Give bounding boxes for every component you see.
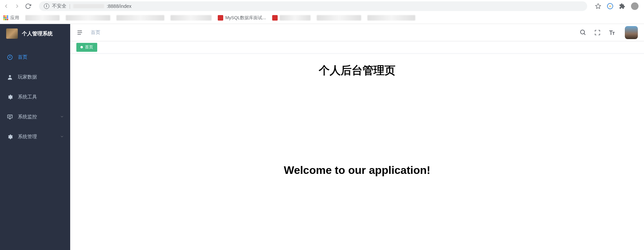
monitor-icon — [7, 114, 13, 120]
sidebar-menu: 首页 玩家数据 系统工具 系统监控 — [0, 43, 70, 147]
user-icon — [7, 74, 13, 80]
toolbar-right — [595, 2, 641, 10]
address-bar[interactable]: i 不安全 | :8888/index — [39, 1, 587, 11]
tabs-bar: 首页 — [70, 41, 644, 53]
bookmark-bar: 应用 MySQL数据库面试... — [0, 12, 644, 24]
main-area: 首页 首页 个人后台管理页 Welcome to ou — [70, 24, 644, 250]
svg-line-9 — [584, 33, 585, 35]
breadcrumb[interactable]: 首页 — [91, 29, 100, 36]
url-text: :8888/index — [107, 3, 131, 9]
svg-marker-0 — [596, 3, 601, 8]
top-bar-right — [580, 26, 638, 39]
bookmark-blur-3[interactable] — [116, 15, 164, 21]
bookmark-mysql-label: MySQL数据库面试... — [225, 15, 266, 21]
chevron-down-icon — [60, 114, 64, 120]
forward-icon[interactable] — [14, 3, 21, 10]
info-icon: i — [44, 3, 49, 9]
bookmark-icon — [218, 15, 223, 21]
welcome-heading: Welcome to our application! — [70, 164, 644, 177]
top-bar: 首页 — [70, 24, 644, 41]
tab-active-dot — [80, 46, 83, 48]
app-container: 个人管理系统 首页 玩家数据 系统工具 — [0, 24, 644, 250]
security-label: 不安全 — [52, 3, 66, 9]
extension-icon[interactable] — [607, 3, 613, 9]
sidebar-item-label: 玩家数据 — [18, 74, 37, 80]
sidebar-item-label: 首页 — [18, 54, 27, 60]
apps-label: 应用 — [10, 15, 19, 21]
sidebar-item-label: 系统管理 — [18, 134, 37, 140]
browser-toolbar: i 不安全 | :8888/index — [0, 0, 644, 12]
bookmark-blur-1[interactable] — [25, 15, 60, 21]
page-title: 个人后台管理页 — [70, 63, 644, 78]
reload-icon[interactable] — [25, 3, 31, 10]
gear-icon — [7, 94, 13, 100]
sidebar-header: 个人管理系统 — [0, 24, 70, 43]
bookmark-blur-2[interactable] — [66, 15, 110, 21]
apps-icon — [3, 15, 8, 20]
bookmark-mysql[interactable]: MySQL数据库面试... — [218, 15, 266, 21]
sidebar-item-system-manage[interactable]: 系统管理 — [0, 127, 70, 147]
star-icon[interactable] — [595, 3, 602, 10]
profile-icon[interactable] — [631, 2, 639, 10]
address-separator: | — [69, 3, 71, 9]
extensions-icon[interactable] — [619, 3, 626, 10]
address-blur — [73, 4, 104, 8]
content-area: 个人后台管理页 Welcome to our application! — [70, 53, 644, 250]
bookmark-blur-8[interactable] — [367, 15, 415, 21]
bookmark-blur-4[interactable] — [171, 15, 212, 21]
sidebar-item-home[interactable]: 首页 — [0, 47, 70, 67]
sidebar-title: 个人管理系统 — [22, 31, 53, 37]
sidebar-item-system-tools[interactable]: 系统工具 — [0, 87, 70, 107]
sidebar-item-system-monitor[interactable]: 系统监控 — [0, 107, 70, 127]
sidebar-item-label: 系统工具 — [18, 94, 37, 100]
svg-point-2 — [10, 57, 11, 58]
tab-label: 首页 — [85, 44, 93, 50]
font-size-icon[interactable] — [608, 29, 615, 36]
svg-point-8 — [581, 30, 585, 34]
sidebar-item-player-data[interactable]: 玩家数据 — [0, 67, 70, 87]
svg-point-3 — [9, 75, 11, 77]
browser-chrome: i 不安全 | :8888/index 应用 — [0, 0, 644, 24]
sidebar-item-label: 系统监控 — [18, 114, 37, 120]
search-icon[interactable] — [580, 29, 586, 36]
fullscreen-icon[interactable] — [594, 29, 601, 36]
apps-button[interactable]: 应用 — [3, 15, 19, 21]
tab-home[interactable]: 首页 — [76, 43, 97, 52]
bookmark-blur-7[interactable] — [317, 15, 361, 21]
bookmark-blur-6 — [280, 15, 311, 21]
avatar[interactable] — [625, 26, 638, 39]
dashboard-icon — [7, 54, 13, 60]
chevron-down-icon — [60, 134, 64, 140]
back-icon[interactable] — [3, 3, 10, 10]
hamburger-icon[interactable] — [76, 29, 83, 36]
bookmark-icon — [272, 15, 278, 21]
gear-icon — [7, 134, 13, 140]
sidebar: 个人管理系统 首页 玩家数据 系统工具 — [0, 24, 70, 250]
sidebar-logo — [6, 28, 18, 39]
bookmark-item-6[interactable] — [272, 15, 311, 21]
